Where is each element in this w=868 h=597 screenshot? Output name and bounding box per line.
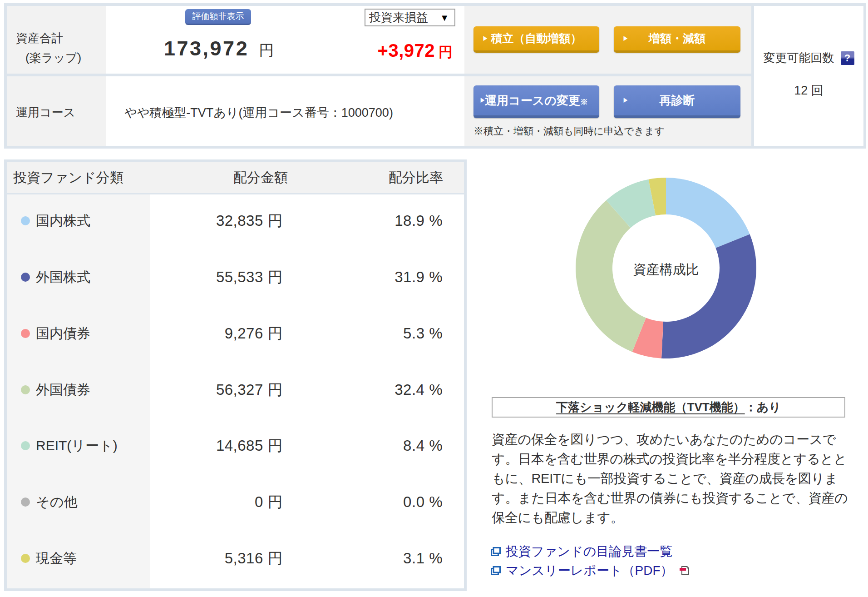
triangle-icon: ▶: [483, 35, 488, 42]
allocation-amount: 56,327 円: [145, 379, 283, 400]
caret-down-icon: ▼: [440, 12, 449, 23]
table-row-国内債券: 国内債券9,276 円5.3 %: [7, 307, 464, 363]
change-count-panel: 変更可能回数 ? 12 回: [754, 6, 863, 146]
allocation-table-header: 投資ファンド分類 配分金額 配分比率: [7, 162, 464, 193]
window-icon: [491, 566, 501, 575]
link-monthly-report[interactable]: マンスリーレポート（PDF）: [491, 562, 689, 579]
category-color-dot: [21, 216, 30, 225]
allocation-ratio: 0.0 %: [325, 493, 443, 511]
course-change-button[interactable]: ▶ 運用コースの変更※: [473, 85, 599, 118]
course-change-button-label: 運用コースの変更※: [485, 93, 588, 109]
total-assets-sublabel: (楽ラップ): [25, 48, 81, 68]
category-color-dot: [21, 273, 30, 282]
allocation-ratio: 8.4 %: [325, 437, 443, 454]
description-line: す。日本を含む世界の株式の投資比率を半分程度とするとと: [492, 452, 847, 466]
category-label: 国内債券: [36, 324, 90, 343]
total-assets-value: 173,972 円: [164, 37, 274, 61]
tsumitate-button[interactable]: ▶ 積立（自動増額）: [473, 26, 599, 53]
allocation-amount: 0 円: [145, 492, 283, 512]
table-row-その他: その他0 円0.0 %: [7, 476, 464, 532]
course-label-cell: 運用コース: [7, 76, 106, 146]
course-label: 運用コース: [16, 78, 75, 147]
course-description: 資産の保全を図りつつ、攻めたいあなたのためのコースです。日本を含む世界の株式の投…: [492, 430, 864, 527]
zogaku-genga-button-label: 増額・減額: [649, 31, 705, 46]
table-row-現金等: 現金等5,316 円3.1 %: [7, 532, 464, 588]
total-assets-label-cell: 資産合計 (楽ラップ): [7, 6, 106, 74]
rediagnose-button-label: 再診断: [660, 93, 695, 109]
allocation-amount: 32,835 円: [145, 210, 283, 231]
triangle-icon: ▶: [480, 97, 485, 104]
allocation-amount: 5,316 円: [145, 548, 283, 569]
category-label: 外国株式: [36, 268, 90, 286]
pl-period-selected-option: 投資来損益: [369, 10, 428, 25]
tvt-feature-status: ：あり: [745, 399, 781, 415]
category-color-dot: [21, 498, 30, 507]
tvt-feature-link[interactable]: 下落ショック軽減機能（TVT機能）: [556, 399, 745, 415]
rediagnose-button[interactable]: ▶ 再診断: [614, 85, 740, 118]
category-color-dot: [21, 554, 30, 563]
help-icon[interactable]: ?: [841, 51, 854, 65]
link-label: 投資ファンドの目論見書一覧: [506, 543, 672, 560]
pl-number: +3,972: [378, 40, 435, 61]
category-color-dot: [21, 385, 30, 394]
summary-actions-row2: ▶ 運用コースの変更※ ▶ 再診断 ※積立・増額・減額も同時に申込できます: [464, 76, 751, 146]
total-assets-label: 資産合計: [16, 29, 81, 48]
allocation-table: 投資ファンド分類 配分金額 配分比率 国内株式32,835 円18.9 %外国株…: [4, 159, 467, 591]
header-allocation-amount: 配分金額: [192, 162, 329, 193]
change-count-label: 変更可能回数: [764, 50, 834, 66]
header-fund-category: 投資ファンド分類: [13, 162, 123, 193]
table-row-外国債券: 外国債券56,327 円32.4 %: [7, 363, 464, 420]
account-summary-panel: 資産合計 (楽ラップ) 評価額非表示 173,972 円 投資来損益 ▼ +3,…: [4, 3, 866, 149]
description-line: す。また日本を含む世界の債券にも投資することで、資産の: [492, 491, 848, 505]
table-row-REIT(リート): REIT(リート)14,685 円8.4 %: [7, 419, 464, 476]
category-label: REIT(リート): [36, 437, 118, 455]
donut-slice-外国株式: [661, 234, 756, 358]
total-assets-unit: 円: [259, 40, 274, 61]
course-name: やや積極型-TVTあり(運用コース番号：1000700): [124, 78, 393, 147]
pl-value: +3,972 円: [378, 40, 453, 62]
simultaneous-application-note: ※積立・増額・減額も同時に申込できます: [473, 124, 665, 138]
summary-actions-row1: ▶ 積立（自動増額） ▶ 増額・減額: [464, 6, 751, 74]
category-color-dot: [21, 441, 30, 450]
description-line: もに、REITにも一部投資することで、資産の成長を図りま: [492, 471, 838, 486]
pdf-icon: [680, 566, 689, 575]
description-line: 保全にも配慮します。: [492, 510, 623, 525]
allocation-ratio: 5.3 %: [325, 325, 443, 342]
category-label: 外国債券: [36, 380, 90, 399]
allocation-amount: 9,276 円: [145, 323, 283, 343]
pl-unit: 円: [439, 43, 453, 62]
category-label: 現金等: [36, 549, 77, 568]
document-links: 投資ファンドの目論見書一覧マンスリーレポート（PDF）: [491, 543, 689, 582]
allocation-amount: 14,685 円: [145, 436, 283, 456]
total-assets-value-cell: 評価額非表示 173,972 円 投資来損益 ▼ +3,972 円: [106, 6, 464, 74]
donut-slice-国内株式: [666, 178, 750, 248]
triangle-icon: ▶: [623, 97, 628, 104]
category-color-dot: [21, 329, 30, 338]
tvt-feature-box: 下落ショック軽減機能（TVT機能）：あり: [492, 397, 845, 418]
zogaku-genga-button[interactable]: ▶ 増額・減額: [614, 26, 740, 53]
table-row-国内株式: 国内株式32,835 円18.9 %: [7, 194, 464, 251]
allocation-rows: 国内株式32,835 円18.9 %外国株式55,533 円31.9 %国内債券…: [7, 194, 464, 588]
link-prospectus-list[interactable]: 投資ファンドの目論見書一覧: [491, 543, 689, 560]
header-allocation-ratio: 配分比率: [348, 162, 484, 193]
change-count-value: 12 回: [754, 82, 863, 99]
donut-center-label: 資産構成比: [607, 261, 725, 279]
link-label: マンスリーレポート（PDF）: [506, 562, 673, 579]
category-label: 国内株式: [36, 211, 90, 230]
pl-period-select[interactable]: 投資来損益 ▼: [365, 9, 455, 26]
course-value-cell: やや積極型-TVTあり(運用コース番号：1000700): [106, 76, 464, 146]
allocation-ratio: 18.9 %: [325, 212, 443, 229]
window-icon: [491, 547, 501, 556]
description-line: 資産の保全を図りつつ、攻めたいあなたのためのコースで: [492, 432, 836, 447]
triangle-icon: ▶: [623, 35, 628, 42]
total-assets-number: 173,972: [164, 37, 249, 60]
allocation-ratio: 3.1 %: [325, 550, 443, 567]
allocation-amount: 55,533 円: [145, 267, 283, 287]
category-label: その他: [36, 493, 77, 512]
tsumitate-button-label: 積立（自動増額）: [491, 31, 582, 46]
table-row-外国株式: 外国株式55,533 円31.9 %: [7, 251, 464, 307]
allocation-ratio: 31.9 %: [325, 269, 443, 286]
allocation-ratio: 32.4 %: [325, 381, 443, 398]
hide-valuation-button[interactable]: 評価額非表示: [185, 9, 251, 25]
page: 資産合計 (楽ラップ) 評価額非表示 173,972 円 投資来損益 ▼ +3,…: [0, 0, 868, 597]
